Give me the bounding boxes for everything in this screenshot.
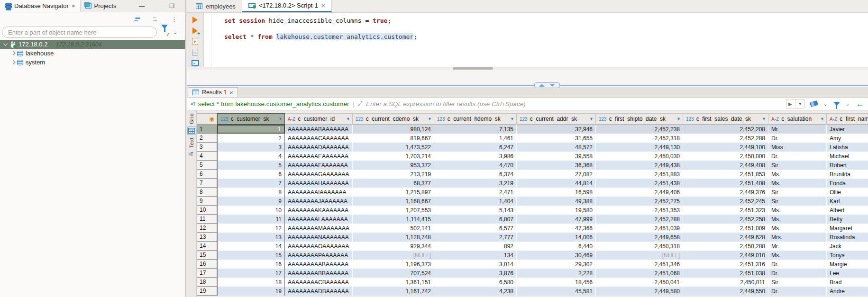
grid-cell[interactable]: Robert: [827, 161, 868, 170]
grid-cell[interactable]: 47,366: [517, 224, 596, 233]
column-header-c_current_addr_sk[interactable]: 123c_current_addr_sk▼: [517, 113, 596, 125]
row-header-17[interactable]: 17: [197, 269, 217, 278]
grid-cell[interactable]: AAAAAAAAIAAAAAAA: [285, 188, 353, 197]
code-area[interactable]: set session hide_inaccessible_columns = …: [211, 13, 868, 67]
grid-cell[interactable]: Sir: [768, 197, 827, 206]
column-header-c_current_hdemo_sk[interactable]: 123c_current_hdemo_sk▼: [434, 113, 517, 125]
grid-cell[interactable]: 2,449,438: [596, 161, 683, 170]
grid-cell[interactable]: 2,452,238: [596, 125, 683, 134]
splitter-collapse-widget[interactable]: [534, 82, 560, 88]
grid-cell[interactable]: AAAAAAAADAAAAAAA: [285, 143, 353, 152]
grid-cell[interactable]: 7,135: [434, 125, 517, 134]
column-header-c_first_name[interactable]: A-Zc_first_name▼: [827, 113, 868, 125]
grid-cell[interactable]: AAAAAAAADBAAAAAA: [285, 287, 353, 296]
column-dropdown-icon[interactable]: ▼: [275, 117, 283, 121]
column-dropdown-icon[interactable]: ▼: [817, 117, 824, 121]
grid-cell[interactable]: 39,558: [517, 152, 596, 161]
grid-cell[interactable]: 44,814: [517, 179, 596, 188]
grid-cell[interactable]: 2,451,316: [683, 260, 768, 269]
grid-cell[interactable]: 2,450,000: [683, 152, 768, 161]
grid-cell[interactable]: 18: [217, 278, 285, 287]
grid-cell[interactable]: AAAAAAAAOAAAAAAA: [285, 242, 353, 251]
grid-cell[interactable]: 1,215,897: [353, 188, 434, 197]
grid-cell[interactable]: Dr.: [768, 134, 827, 143]
grid-cell[interactable]: 2,471: [434, 188, 517, 197]
column-header-c_customer_sk[interactable]: 123c_customer_sk▼: [217, 113, 285, 125]
grid-cell[interactable]: Ms.: [768, 224, 827, 233]
grid-cell[interactable]: 27,082: [517, 170, 596, 179]
grid-cell[interactable]: Brunilda: [827, 170, 868, 179]
row-header-2[interactable]: 2: [197, 134, 217, 143]
grid-cell[interactable]: 2,451,323: [683, 206, 768, 215]
row-header-14[interactable]: 14: [197, 242, 217, 251]
tab-results-1[interactable]: Results 1 ×: [188, 87, 238, 97]
grid-cell[interactable]: 2,452,318: [596, 134, 683, 143]
grid-cell[interactable]: 2,452,275: [596, 197, 683, 206]
grid-cell[interactable]: 2,452,288: [683, 134, 768, 143]
grid-cell[interactable]: Fonda: [827, 179, 868, 188]
column-dropdown-icon[interactable]: ▼: [507, 117, 514, 121]
row-header-4[interactable]: 4: [197, 152, 217, 161]
grid-cell[interactable]: 15: [217, 251, 285, 260]
grid-cell[interactable]: 49,388: [517, 197, 596, 206]
grid-cell[interactable]: Sir: [768, 161, 827, 170]
execute-new-tab-button[interactable]: +: [191, 27, 200, 34]
grid-cell[interactable]: AAAAAAAAHAAAAAAA: [285, 179, 353, 188]
grid-cell[interactable]: Amy: [827, 134, 868, 143]
grid-cell[interactable]: 19,580: [517, 206, 596, 215]
grid-cell[interactable]: 2,452,245: [683, 197, 768, 206]
grid-cell[interactable]: 1,703,214: [353, 152, 434, 161]
row-header-8[interactable]: 8: [197, 188, 217, 197]
grid-cell[interactable]: 16: [217, 260, 285, 269]
grid-cell[interactable]: 2,449,376: [683, 188, 768, 197]
row-header-9[interactable]: 9: [197, 197, 217, 206]
grid-cell[interactable]: AAAAAAAABAAAAAAA: [285, 125, 353, 134]
row-header-15[interactable]: 15: [197, 251, 217, 260]
grid-cell[interactable]: 12: [217, 224, 285, 233]
apply-filter-icon[interactable]: ▶: [788, 101, 792, 107]
grid-cell[interactable]: AAAAAAAAFAAAAAAA: [285, 161, 353, 170]
grid-cell[interactable]: Michael: [827, 152, 868, 161]
column-header-c_customer_id[interactable]: A-Zc_customer_id▼: [285, 113, 353, 125]
grid-cell[interactable]: 2,451,039: [596, 224, 683, 233]
grid-cell[interactable]: 2,449,580: [596, 287, 683, 296]
grid-cell[interactable]: 2,450,288: [683, 242, 768, 251]
grid-cell[interactable]: 30,469: [517, 251, 596, 260]
grid-cell[interactable]: AAAAAAAABBAAAAAA: [285, 269, 353, 278]
previous-page-icon[interactable]: ←: [856, 100, 864, 107]
grid-cell[interactable]: 1,114,415: [353, 215, 434, 224]
grid-cell[interactable]: AAAAAAAAABAAAAAA: [285, 260, 353, 269]
column-dropdown-icon[interactable]: ▼: [674, 117, 681, 121]
grid-cell[interactable]: 2,450,011: [683, 278, 768, 287]
grid-cell[interactable]: 2,452,258: [683, 215, 768, 224]
grid-cell[interactable]: Dr.: [768, 287, 827, 296]
grid-cell[interactable]: 980,124: [353, 125, 434, 134]
kebab-menu-icon[interactable]: ⋮: [171, 16, 177, 23]
grid-cell[interactable]: 2: [217, 134, 285, 143]
chevron-right-icon[interactable]: [11, 51, 16, 56]
grid-cell[interactable]: 6,577: [434, 224, 517, 233]
grid-cell[interactable]: 2,449,010: [683, 251, 768, 260]
grid-cell[interactable]: 3: [217, 143, 285, 152]
grid-cell[interactable]: 4,470: [434, 161, 517, 170]
grid-cell[interactable]: 1,196,373: [353, 260, 434, 269]
grid-cell[interactable]: 68,377: [353, 179, 434, 188]
grid-cell[interactable]: Betty: [827, 215, 868, 224]
row-header-11[interactable]: 11: [197, 215, 217, 224]
grid-cell[interactable]: 134: [434, 251, 517, 260]
close-icon[interactable]: ×: [229, 89, 233, 96]
row-header-5[interactable]: 5: [197, 161, 217, 170]
grid-corner-cell[interactable]: ◉: [197, 113, 217, 125]
row-header-7[interactable]: 7: [197, 179, 217, 188]
column-dropdown-icon[interactable]: ▼: [759, 117, 766, 121]
row-header-10[interactable]: 10: [197, 206, 217, 215]
grid-cell[interactable]: 2,228: [517, 269, 596, 278]
code-line[interactable]: set session hide_inaccessible_columns = …: [224, 17, 868, 25]
clear-filter-icon[interactable]: [809, 100, 818, 107]
grid-cell[interactable]: 929,344: [353, 242, 434, 251]
row-header-13[interactable]: 13: [197, 233, 217, 242]
grid-cell[interactable]: 1: [217, 125, 285, 134]
presentation-grid-tab[interactable]: [187, 126, 196, 135]
grid-cell[interactable]: 2,449,658: [596, 233, 683, 242]
grid-cell[interactable]: Jack: [827, 242, 868, 251]
